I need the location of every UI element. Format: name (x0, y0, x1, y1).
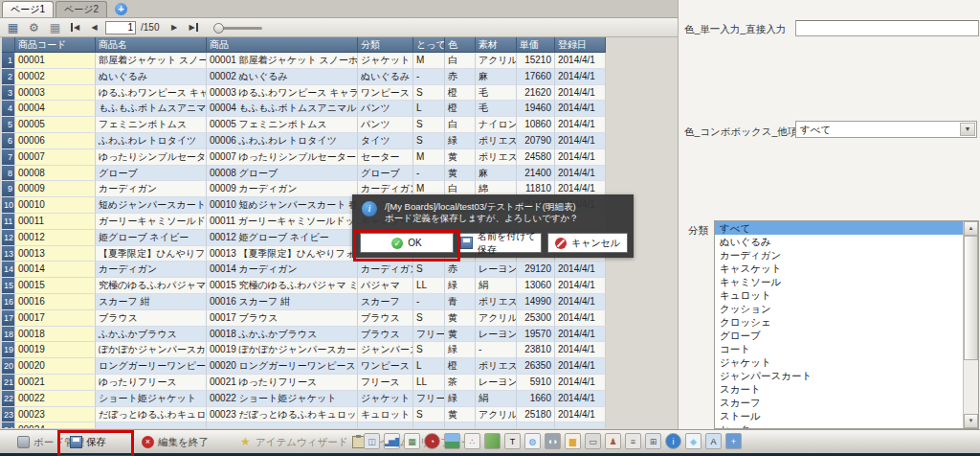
nav-first-button[interactable] (67, 21, 83, 34)
window-icon[interactable]: ⊞ (645, 433, 661, 449)
item-wizard-button[interactable]: アイテムウィザード (239, 434, 347, 450)
list-view-icon[interactable]: ≡ (625, 433, 641, 449)
list-item[interactable]: スカート (715, 382, 978, 396)
zoom-slider[interactable] (213, 21, 267, 34)
end-edit-button[interactable]: 編集を終了 (142, 434, 209, 450)
table-row[interactable]: 600006ふわふわレトロタイツ00006 ふわふわレトロタイツタイツS緑ポリエ… (2, 133, 606, 149)
table-search-icon[interactable]: ▦ (4, 19, 22, 36)
cell: 麻 (476, 69, 517, 85)
save-as-button[interactable]: 名前を付けて保存 (459, 233, 542, 253)
list-item[interactable]: すべて (715, 221, 978, 235)
table-row[interactable]: 1600016スカーフ 紺00016 スカーフ 紺スカーフ-青ポリエステル149… (2, 294, 606, 310)
list-item[interactable]: クッション (715, 302, 978, 315)
scroll-up-icon[interactable] (964, 221, 978, 236)
color-combobox[interactable]: すべて (795, 121, 977, 138)
column-header[interactable]: 単価 (517, 37, 555, 53)
list-item[interactable]: カーディガン (715, 248, 978, 262)
column-header[interactable]: 素材 (476, 37, 517, 53)
scatter-icon[interactable]: ∴ (464, 433, 480, 449)
spell-check-icon[interactable]: A (705, 433, 722, 449)
tab-page1[interactable]: ページ1 (2, 1, 54, 17)
cell: 19460 (517, 101, 555, 117)
cell: 黄 (445, 149, 476, 166)
list-item[interactable]: コート (715, 342, 978, 355)
column-header[interactable]: 商品 (207, 37, 358, 53)
scroll-thumb[interactable] (964, 236, 978, 360)
column-header[interactable]: 登録日 (555, 37, 606, 53)
list-item[interactable]: ジャンパースカート (715, 369, 978, 382)
list-item[interactable]: グローブ (715, 329, 978, 342)
list-scrollbar[interactable] (963, 221, 978, 428)
table-row[interactable]: 200002ぬいぐるみ00002 ぬいぐるみぬいぐるみ-赤麻176602014/… (2, 69, 606, 85)
input-box-icon[interactable]: ▭ (585, 433, 601, 449)
table-row[interactable]: 400004もふもふボトムスアニマル00004 もふもふボトムスアニマルパンツL… (2, 101, 606, 117)
scroll-down-icon[interactable] (964, 414, 978, 428)
list-item[interactable]: クロッシェ (715, 315, 978, 329)
color-direct-input[interactable] (795, 20, 979, 36)
cell: 23810 (517, 342, 555, 358)
list-item[interactable]: キュロット (715, 288, 978, 302)
cell (413, 422, 445, 428)
nav-next-button[interactable] (166, 21, 182, 34)
text-style-icon[interactable]: T (504, 433, 521, 449)
column-header[interactable]: 色 (445, 37, 476, 53)
panel-layout-icon[interactable]: ◫ (364, 433, 380, 449)
puzzle-icon[interactable]: + (725, 433, 742, 449)
cell: 2014/4/1 (555, 149, 606, 166)
cube-icon[interactable]: ◆ (685, 433, 702, 449)
list-item[interactable]: セーター (715, 422, 978, 429)
nav-last-button[interactable] (185, 21, 201, 34)
table-row[interactable]: 2400024 (2, 422, 606, 428)
settings-gear-icon[interactable]: ⚙ (25, 19, 43, 36)
table-row[interactable]: 100001部屋着ジャケット スノーホワイト00001 部屋着ジャケット スノー… (2, 53, 606, 69)
user-icon[interactable]: ♟ (605, 433, 621, 449)
table-row[interactable]: 1800018ふかふかブラウス00018 ふかふかブラウスブラウスフリー黄レーヨ… (2, 327, 606, 343)
category-listbox[interactable]: すべてぬいぐるみカーディガンキャスケットキャミソールキュロットクッションクロッシ… (714, 220, 979, 429)
clock-icon[interactable]: ◔ (424, 433, 440, 449)
table-row[interactable]: 2100021ゆったりフリース00021 ゆったりフリースフリースLL茶レーヨン… (2, 375, 606, 391)
bar-chart-icon[interactable]: ▂▅▇ (384, 433, 400, 449)
page-number-input[interactable] (105, 21, 136, 34)
cell: 00012 (15, 230, 96, 246)
table-row[interactable]: 1700017ブラウス00017 ブラウスブラウスS黄アクリル253002014… (2, 310, 606, 327)
column-header[interactable] (2, 37, 15, 53)
cell: 10860 (517, 117, 555, 133)
table-row[interactable]: 2200022ショート姫ジャケット00022 ショート姫ジャケットジャケットフリ… (2, 391, 606, 407)
add-page-icon[interactable] (115, 3, 127, 15)
grid-view-icon[interactable]: ▦ (46, 19, 64, 36)
list-item[interactable]: ジャケット (715, 355, 978, 369)
chevron-down-icon[interactable] (960, 123, 975, 136)
table-grid-icon[interactable]: ▦ (404, 433, 420, 449)
folder-icon[interactable]: ▆ (565, 433, 581, 449)
column-header[interactable]: 商品コード (15, 37, 96, 53)
list-item[interactable]: スカーフ (715, 396, 978, 409)
table-row[interactable]: 700007ゆったりシンプルセーター00007 ゆったりシンプルセーターセーター… (2, 149, 606, 166)
table-row[interactable]: 2000020ロングガーリーワンピース00020 ロングガーリーワンピースワンピ… (2, 358, 606, 375)
table-row[interactable]: 1500015究極のゆるふわパジャマ ミント00015 究極のゆるふわパジャマ … (2, 278, 606, 294)
table-row[interactable]: 1900019ぽかぽかジャンパースカート00019 ぽかぽかジャンパースカートジ… (2, 342, 606, 358)
column-header[interactable]: 分類 (358, 37, 413, 53)
list-item[interactable]: キャスケット (715, 262, 978, 275)
cancel-button[interactable]: キャンセル (547, 233, 628, 253)
image-icon[interactable] (444, 433, 460, 449)
table-row[interactable]: 2300023だぼっとゆるふわキュロット00023 だぼっとゆるふわキュロットキ… (2, 407, 606, 423)
cell: 2014/4/1 (555, 133, 606, 149)
table-row[interactable]: 300003ゆるふわワンピース キャラメル00003 ゆるふわワンピース キャラ… (2, 85, 606, 102)
column-header[interactable]: 商品名 (96, 37, 207, 53)
table-row[interactable]: 500005フェミニンボトムス00005 フェミニンボトムスパンツS白ナイロン1… (2, 117, 606, 133)
info-icon[interactable]: i (665, 433, 681, 449)
chat-icon[interactable]: ◖◗ (545, 433, 561, 449)
cell: 姫グローブ ネイビー (96, 230, 207, 246)
list-item[interactable]: ストール (715, 409, 978, 422)
nav-prev-button[interactable] (86, 21, 102, 34)
cell: 14 (2, 262, 15, 278)
list-item[interactable]: ぬいぐるみ (715, 235, 978, 248)
list-item[interactable]: キャミソール (715, 275, 978, 288)
table-row[interactable]: 1400014カーディガン00014 カーディガンカーディガンS赤レーヨン291… (2, 262, 606, 278)
globe-icon[interactable]: ◍ (524, 433, 541, 449)
map-icon[interactable] (484, 433, 501, 449)
slider-handle[interactable] (213, 23, 224, 34)
tab-page2[interactable]: ページ2 (56, 1, 107, 17)
table-row[interactable]: 800008グローブ00008 グローブグローブ-黄麻214002014/4/1 (2, 166, 606, 182)
column-header[interactable]: とっても名 (413, 37, 445, 53)
